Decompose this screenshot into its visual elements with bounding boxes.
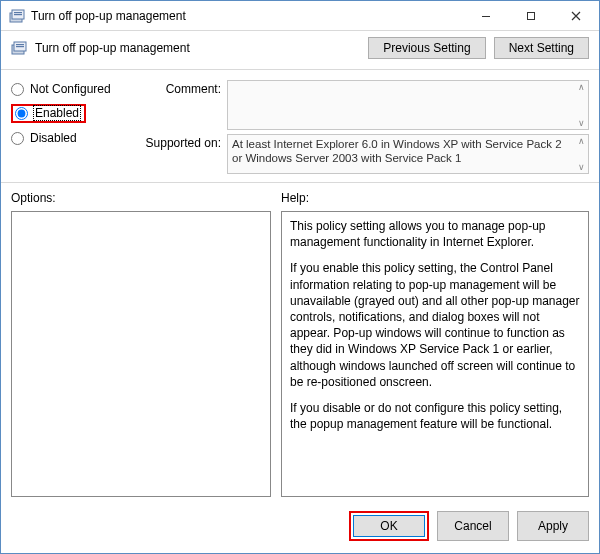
radio-label: Enabled <box>34 106 80 120</box>
next-setting-button[interactable]: Next Setting <box>494 37 589 59</box>
svg-rect-3 <box>14 14 22 15</box>
state-section: Not Configured Enabled Disabled Comment:… <box>1 70 599 183</box>
radio-label: Disabled <box>30 131 77 145</box>
lower-section: Options: Help: This policy setting allow… <box>1 183 599 501</box>
apply-button[interactable]: Apply <box>517 511 589 541</box>
comment-row: Comment: ∧∨ <box>135 80 589 130</box>
titlebar: Turn off pop-up management <box>1 1 599 31</box>
close-button[interactable] <box>553 1 599 30</box>
radio-enabled-input[interactable] <box>15 107 28 120</box>
comment-textarea[interactable]: ∧∨ <box>227 80 589 130</box>
highlight-enabled: Enabled <box>11 104 86 123</box>
policy-icon <box>9 8 25 24</box>
help-paragraph: If you enable this policy setting, the C… <box>290 260 580 390</box>
cancel-button[interactable]: Cancel <box>437 511 509 541</box>
previous-setting-button[interactable]: Previous Setting <box>368 37 485 59</box>
mid-right: Comment: ∧∨ Supported on: At least Inter… <box>135 80 589 174</box>
supported-label: Supported on: <box>135 134 221 150</box>
svg-rect-9 <box>16 46 24 47</box>
policy-icon <box>11 40 27 56</box>
help-paragraph: This policy setting allows you to manage… <box>290 218 580 250</box>
svg-rect-8 <box>16 44 24 45</box>
comment-label: Comment: <box>135 80 221 96</box>
policy-title: Turn off pop-up management <box>35 41 360 55</box>
radio-disabled[interactable]: Disabled <box>11 131 129 145</box>
supported-row: Supported on: At least Internet Explorer… <box>135 134 589 174</box>
supported-text: At least Internet Explorer 6.0 in Window… <box>227 134 589 174</box>
ok-button[interactable]: OK <box>353 515 425 537</box>
radio-disabled-input[interactable] <box>11 132 24 145</box>
help-label: Help: <box>281 191 589 205</box>
minimize-button[interactable] <box>463 1 508 30</box>
scroll-arrows: ∧∨ <box>574 135 588 173</box>
svg-rect-2 <box>14 12 22 13</box>
svg-rect-4 <box>482 16 490 17</box>
options-column: Options: <box>11 191 271 497</box>
footer: OK Cancel Apply <box>1 501 599 553</box>
svg-rect-5 <box>527 12 534 19</box>
radio-label: Not Configured <box>30 82 111 96</box>
help-paragraph: If you disable or do not configure this … <box>290 400 580 432</box>
highlight-ok: OK <box>349 511 429 541</box>
supported-value: At least Internet Explorer 6.0 in Window… <box>232 138 562 164</box>
help-panel[interactable]: This policy setting allows you to manage… <box>281 211 589 497</box>
window-title: Turn off pop-up management <box>31 9 463 23</box>
radio-not-configured[interactable]: Not Configured <box>11 82 129 96</box>
scroll-arrows: ∧∨ <box>574 81 588 129</box>
state-radios: Not Configured Enabled Disabled <box>11 80 129 174</box>
radio-not-configured-input[interactable] <box>11 83 24 96</box>
maximize-button[interactable] <box>508 1 553 30</box>
header-row: Turn off pop-up management Previous Sett… <box>1 31 599 70</box>
options-panel[interactable] <box>11 211 271 497</box>
window-controls <box>463 1 599 30</box>
help-column: Help: This policy setting allows you to … <box>281 191 589 497</box>
options-label: Options: <box>11 191 271 205</box>
dialog-window: Turn off pop-up management Turn off pop-… <box>0 0 600 554</box>
